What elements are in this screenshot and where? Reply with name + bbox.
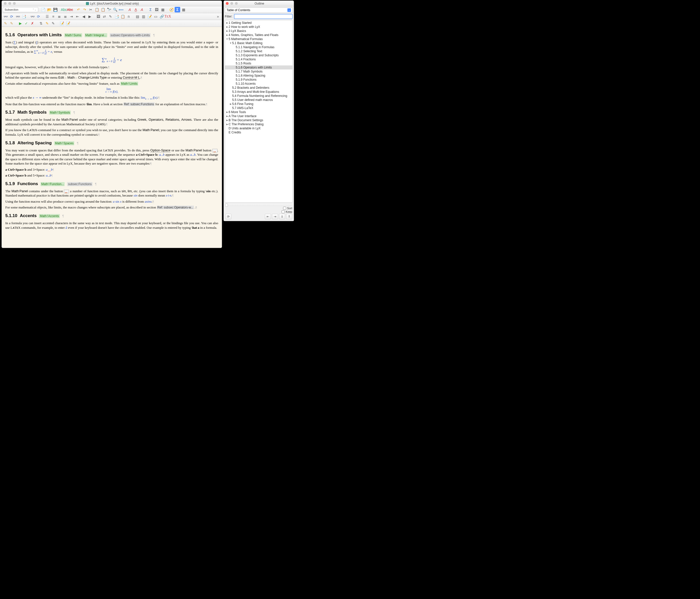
font-style-icon[interactable]: A: [139, 7, 145, 13]
tree-item[interactable]: ▼5 Mathematical Formulas: [225, 37, 293, 41]
master-doc-icon[interactable]: 📑: [21, 14, 27, 19]
zoom-icon[interactable]: [13, 2, 16, 5]
nav-back-icon[interactable]: ⟸: [118, 7, 124, 13]
label-tag[interactable]: subsec:Functions: [67, 182, 92, 186]
spellcheck-icon[interactable]: Abc: [61, 7, 67, 13]
glasses2-icon[interactable]: 👓: [15, 14, 21, 19]
toolbar-overflow-icon[interactable]: »: [215, 14, 221, 19]
refresh-outline-button[interactable]: ⟳: [225, 214, 231, 219]
disclosure-icon[interactable]: ▼: [229, 42, 232, 44]
close-icon[interactable]: [4, 2, 7, 5]
footnote-icon[interactable]: n: [126, 14, 131, 19]
note-icon[interactable]: ▥: [141, 14, 146, 19]
disclosure-icon[interactable]: ▶: [226, 115, 229, 117]
new-file-icon[interactable]: 📄: [40, 7, 46, 13]
reject-change-icon[interactable]: ✗: [30, 21, 35, 26]
index-tag[interactable]: Math ! Spaces: [54, 141, 74, 145]
insert-float-icon[interactable]: 🖼: [96, 14, 101, 19]
cut-icon[interactable]: ✂: [88, 7, 94, 13]
merge-icon[interactable]: ⇅: [38, 21, 44, 26]
compare-icon[interactable]: ✎: [44, 21, 50, 26]
disclosure-icon[interactable]: ▶: [226, 30, 229, 32]
disclosure-icon[interactable]: ▶: [229, 103, 232, 105]
tex-code-icon[interactable]: TEX: [165, 14, 171, 19]
main-titlebar[interactable]: LyX: [doc/UserGuide.lyx] (read only): [2, 1, 222, 6]
filter-input[interactable]: [234, 14, 293, 19]
index-tag[interactable]: Math ! Function...: [41, 182, 65, 186]
desc-list-icon[interactable]: ≣: [62, 14, 68, 19]
zoom-icon[interactable]: [235, 2, 238, 5]
nomencl-icon[interactable]: 📋: [120, 14, 125, 19]
disclosure-icon[interactable]: ▶: [226, 111, 229, 113]
tree-item[interactable]: 5.3 Arrays and Multi-line Equations: [225, 90, 293, 94]
index-tag[interactable]: Math ! Accents: [39, 214, 59, 218]
tree-item[interactable]: 5.1.9 Functions: [225, 78, 293, 82]
disclosure-icon[interactable]: ▶: [226, 22, 229, 24]
tree-item[interactable]: 5.2 Brackets and Delimiters: [225, 86, 293, 90]
tree-item[interactable]: ▶2 How to work with LyX: [225, 25, 293, 29]
tree-item[interactable]: 5.1.3 Exponents and Subscripts: [225, 53, 293, 57]
move-down-button[interactable]: ⇓: [279, 214, 285, 219]
next-change-icon[interactable]: ▶: [18, 21, 23, 26]
sort-checkbox[interactable]: [283, 207, 286, 210]
tree-item[interactable]: ▶6 More Tools: [225, 110, 293, 114]
document-area[interactable]: 5.1.6 Operators with Limits Math ! Sums …: [2, 27, 222, 248]
index-icon[interactable]: 📑: [114, 14, 119, 19]
cross-ref[interactable]: Ref: subsec:Operators-w...: [157, 206, 194, 209]
minimize-icon[interactable]: [8, 2, 11, 5]
show-changes-icon[interactable]: ✎: [9, 21, 15, 26]
space-button-icon[interactable]: [212, 149, 218, 152]
demote-button[interactable]: ⇥: [272, 214, 278, 219]
list-icon[interactable]: ≣: [56, 14, 62, 19]
close-icon[interactable]: [226, 2, 229, 5]
tool-x-icon[interactable]: ✎: [50, 21, 56, 26]
refresh-icon[interactable]: ⟳: [9, 14, 15, 19]
track-changes-icon[interactable]: ✎: [3, 21, 8, 26]
outdent-icon[interactable]: ◀: [81, 14, 86, 19]
accept-change-icon[interactable]: ✓: [24, 21, 29, 26]
find-replace-icon[interactable]: 🔭: [106, 7, 112, 13]
next-note-icon[interactable]: 📝: [65, 21, 71, 26]
copy-icon[interactable]: 📋: [94, 7, 100, 13]
disclosure-icon[interactable]: ▼: [226, 38, 229, 40]
cross-ref-icon[interactable]: ⇄: [102, 14, 107, 19]
grid-icon[interactable]: ▦: [181, 7, 186, 13]
indent-icon[interactable]: ▶: [87, 14, 93, 19]
indent-dec-icon[interactable]: ⇤: [75, 14, 80, 19]
tree-item[interactable]: ▶C The Preferences Dialog: [225, 122, 293, 126]
promote-button[interactable]: ⇤: [265, 214, 271, 219]
tree-item[interactable]: D Units available in LyX: [225, 126, 293, 130]
search-icon[interactable]: 🔍: [112, 7, 118, 13]
toc-type-combo[interactable]: Table of Contents⌄: [225, 7, 293, 13]
disclosure-icon[interactable]: ▶: [226, 34, 229, 36]
comment-icon[interactable]: 📝: [147, 14, 152, 19]
bullet-list-icon[interactable]: ☰: [44, 14, 50, 19]
citation-icon[interactable]: ✎: [108, 14, 113, 19]
tree-item[interactable]: ▶3 LyX Basics: [225, 29, 293, 33]
tree-item[interactable]: ▶4 Notes, Graphics, Tables and Floats: [225, 33, 293, 37]
minimize-icon[interactable]: [230, 2, 233, 5]
tree-item[interactable]: 5.4 Formula Numbering and Referencing: [225, 94, 293, 98]
disclosure-icon[interactable]: ▶: [226, 26, 229, 28]
tree-item[interactable]: 5.5 User defined math macros: [225, 98, 293, 102]
keep-checkbox[interactable]: [281, 210, 284, 213]
index-tag[interactable]: Math ! Limits: [120, 82, 139, 86]
spellcheck-off-icon[interactable]: Abc: [67, 7, 73, 13]
tree-item[interactable]: 5.7 AMS-LaTeX: [225, 106, 293, 110]
save-file-icon[interactable]: 💾: [52, 7, 58, 13]
indent-inc-icon[interactable]: ⇥: [69, 14, 74, 19]
hyperlink-icon[interactable]: 🔗: [159, 14, 165, 19]
glasses3-icon[interactable]: 👓: [30, 14, 35, 19]
tree-item[interactable]: ▶1 Getting Started: [225, 21, 293, 25]
move-up-button[interactable]: ⇑: [286, 214, 292, 219]
margin-note-icon[interactable]: ▤: [134, 14, 140, 19]
redo-icon[interactable]: ↷: [82, 7, 88, 13]
functions-button-icon[interactable]: [64, 190, 69, 193]
box-icon[interactable]: ▭: [153, 14, 158, 19]
disclosure-icon[interactable]: ▶: [226, 119, 229, 121]
tree-item[interactable]: 5.1.8 Altering Spacing: [225, 74, 293, 78]
outline-tree[interactable]: ▶1 Getting Started▶2 How to work with Ly…: [225, 20, 293, 202]
tree-item[interactable]: ▶B The Document Settings: [225, 118, 293, 122]
paste-icon[interactable]: 📋: [100, 7, 106, 13]
cross-ref[interactable]: Ref: subsec:Functions: [123, 102, 155, 106]
